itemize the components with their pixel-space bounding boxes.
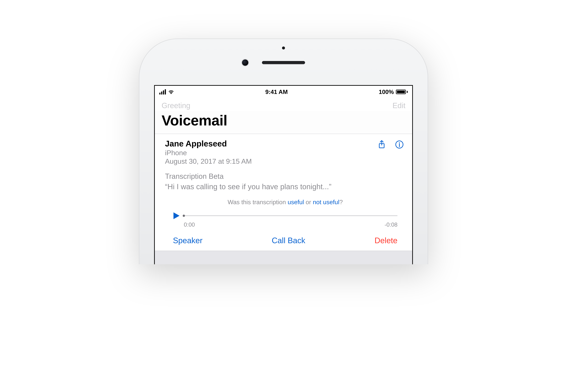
voicemail-actions: Speaker Call Back Delete: [165, 233, 405, 251]
feedback-not-useful-link[interactable]: not useful: [313, 199, 339, 205]
wifi-icon: [168, 89, 174, 95]
edit-button[interactable]: Edit: [392, 101, 405, 110]
greeting-button[interactable]: Greeting: [162, 101, 190, 110]
feedback-prefix: Was this transcription: [228, 199, 288, 205]
status-left: [159, 89, 174, 95]
info-button[interactable]: [395, 140, 404, 149]
play-button[interactable]: [172, 211, 181, 220]
feedback-suffix: ?: [339, 199, 343, 205]
feedback-or: or: [304, 199, 313, 205]
feedback-useful-link[interactable]: useful: [288, 199, 304, 205]
call-back-button[interactable]: Call Back: [272, 236, 305, 245]
list-below: [155, 251, 412, 264]
nav-bar: Greeting Edit: [155, 97, 412, 111]
time-remaining: -0:08: [385, 221, 398, 228]
caller-meta: Jane Appleseed iPhone August 30, 2017 at…: [165, 139, 252, 165]
share-icon: [377, 140, 387, 149]
caller-device: iPhone: [165, 149, 252, 157]
battery-percent: 100%: [379, 88, 394, 95]
status-bar: 9:41 AM 100%: [155, 86, 412, 97]
proximity-sensor: [282, 46, 285, 49]
speaker-button[interactable]: Speaker: [173, 236, 203, 245]
scrubber-knob[interactable]: [183, 215, 185, 217]
screen: 9:41 AM 100% Greeting Edit: [154, 85, 413, 264]
audio-player: 0:00 -0:08: [165, 209, 405, 233]
transcription-label: Transcription Beta: [165, 172, 405, 181]
svg-point-2: [399, 142, 400, 143]
play-icon: [172, 211, 181, 220]
phone-sensors: [154, 59, 413, 66]
status-right: 100%: [379, 88, 408, 95]
time-elapsed: 0:00: [184, 221, 195, 228]
voicemail-item[interactable]: Jane Appleseed iPhone August 30, 2017 at…: [155, 134, 412, 251]
status-time: 9:41 AM: [265, 88, 288, 95]
battery-icon: [396, 90, 408, 94]
scrubber[interactable]: [184, 215, 398, 216]
transcription-feedback: Was this transcription useful or not use…: [165, 198, 405, 209]
phone-frame: 9:41 AM 100% Greeting Edit: [139, 39, 428, 264]
caller-name: Jane Appleseed: [165, 139, 252, 148]
canvas: 9:41 AM 100% Greeting Edit: [0, 0, 567, 392]
info-icon: [395, 140, 404, 149]
share-button[interactable]: [377, 140, 387, 149]
cellular-signal-icon: [159, 89, 166, 95]
page-title: Voicemail: [162, 112, 405, 129]
transcription-text: “Hi I was calling to see if you have pla…: [165, 182, 369, 192]
earpiece-speaker: [262, 61, 305, 64]
delete-button[interactable]: Delete: [374, 236, 398, 245]
front-camera: [242, 59, 248, 66]
phone-body: 9:41 AM 100% Greeting Edit: [139, 39, 428, 264]
voicemail-timestamp: August 30, 2017 at 9:15 AM: [165, 157, 252, 165]
title-row: Voicemail: [155, 111, 412, 134]
